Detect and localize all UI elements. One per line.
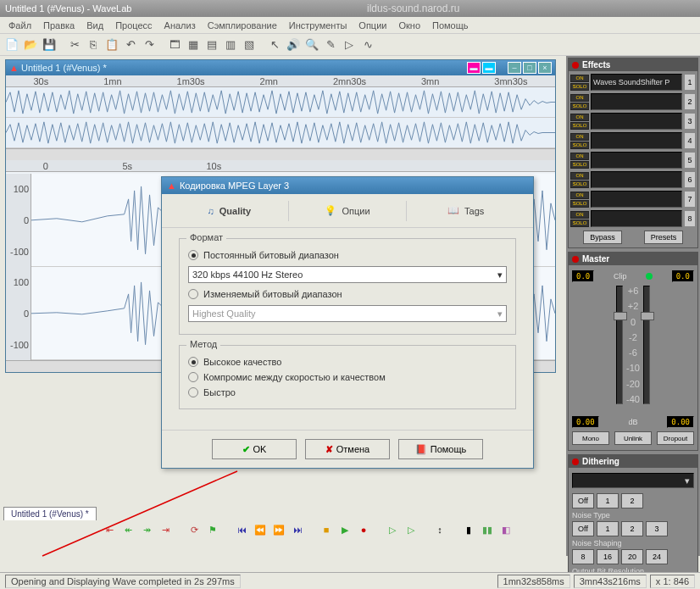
radio-high-quality[interactable]: Высокое качество: [188, 354, 507, 370]
menu-file[interactable]: Файл: [3, 19, 36, 32]
bit-res-24[interactable]: 24: [646, 549, 668, 564]
layout-icon[interactable]: ▥: [222, 36, 239, 53]
radio-variable-bitrate[interactable]: Изменяемый битовый диапазон: [188, 286, 507, 302]
new-icon[interactable]: 📄: [3, 36, 20, 53]
effect-slot-6[interactable]: ONSOLO6: [570, 170, 696, 189]
bit-res-8[interactable]: 8: [572, 549, 594, 564]
menu-help[interactable]: Помощь: [427, 19, 474, 32]
tab-quality[interactable]: ♫ Quality: [170, 199, 288, 223]
effect-slot-3[interactable]: ONSOLO3: [570, 112, 696, 131]
meter2-icon[interactable]: ▮▮: [480, 522, 495, 537]
gain-left-display[interactable]: 0.0: [572, 270, 594, 282]
forward-icon[interactable]: ⏩: [271, 522, 286, 537]
paste-icon[interactable]: 📋: [103, 36, 120, 53]
ok-button[interactable]: ✔ OK: [212, 439, 297, 459]
unlink-button[interactable]: Unlink: [614, 431, 652, 445]
bypass-button[interactable]: Bypass: [583, 231, 622, 244]
time-ruler-overview[interactable]: 30s 1mn 1m30s 2mn 2mn30s 3mn 3mn30s: [6, 75, 555, 87]
go-end-icon[interactable]: ⏭: [290, 522, 305, 537]
undo-icon[interactable]: ↶: [122, 36, 139, 53]
marker-icon[interactable]: ▬: [467, 62, 481, 74]
dialog-titlebar[interactable]: ▲ Кодировка MPEG Layer 3: [162, 177, 533, 194]
peak-right-display[interactable]: 0.00: [667, 416, 694, 428]
effect-slot-4[interactable]: ONSOLO4: [570, 131, 696, 150]
overview-scrollbar[interactable]: [6, 148, 555, 160]
dithering-panel-title[interactable]: Dithering: [569, 455, 697, 468]
play-selection-icon[interactable]: ▷: [385, 522, 400, 537]
dither-type-dropdown[interactable]: ▾: [572, 473, 694, 488]
noise-shaping-1[interactable]: 1: [597, 521, 619, 536]
cancel-button[interactable]: ✘ Отмена: [305, 439, 390, 459]
menu-analysis[interactable]: Анализ: [159, 19, 201, 32]
zoom-icon[interactable]: 🔍: [303, 36, 320, 53]
copy-icon[interactable]: ⎘: [85, 36, 102, 53]
noise-type-2[interactable]: 2: [621, 493, 643, 508]
rewind-icon[interactable]: ⏪: [253, 522, 268, 537]
noise-shaping-off[interactable]: Off: [572, 521, 594, 536]
radio-compromise[interactable]: Компромис между скоростью и качеством: [188, 370, 507, 385]
noise-shaping-2[interactable]: 2: [621, 521, 643, 536]
redo-icon[interactable]: ↷: [141, 36, 158, 53]
noise-shaping-3[interactable]: 3: [646, 521, 668, 536]
close-icon[interactable]: ×: [538, 62, 552, 74]
slot-number[interactable]: 1: [684, 74, 696, 91]
menu-sampling[interactable]: Сэмплирование: [203, 19, 282, 32]
cursor-icon[interactable]: ↖: [266, 36, 283, 53]
pencil-icon[interactable]: ✎: [322, 36, 339, 53]
play-selection2-icon[interactable]: ▷: [403, 522, 419, 537]
menu-tools[interactable]: Инструменты: [284, 19, 353, 32]
menu-process[interactable]: Процесс: [110, 19, 157, 32]
record-icon[interactable]: ●: [356, 522, 371, 537]
cascade-icon[interactable]: ▤: [203, 36, 220, 53]
maximize-icon[interactable]: □: [523, 62, 536, 74]
save-icon[interactable]: 💾: [41, 36, 58, 53]
radio-fast[interactable]: Быстро: [188, 385, 507, 400]
stop-icon[interactable]: ■: [319, 522, 334, 537]
play-icon[interactable]: ▶: [337, 522, 353, 537]
effect-slot-7[interactable]: ONSOLO7: [570, 190, 696, 208]
gain-right-display[interactable]: 0.0: [672, 270, 694, 282]
help-button[interactable]: 📕 Помощь: [398, 439, 483, 459]
bit-res-20[interactable]: 20: [621, 549, 643, 564]
fx-solo-button[interactable]: SOLO: [570, 83, 589, 91]
effect-slot-8[interactable]: ONSOLO8: [570, 209, 696, 228]
waveform-titlebar[interactable]: ▲ Untitled 1 (#Venus) * ▬ ▬ – □ ×: [6, 60, 555, 75]
menu-options[interactable]: Опции: [353, 19, 392, 32]
marker2-icon[interactable]: ▬: [482, 62, 496, 74]
effects-panel-title[interactable]: Effects: [569, 58, 697, 71]
tile-icon[interactable]: ▦: [185, 36, 202, 53]
tab-options[interactable]: 💡 Опции: [289, 198, 407, 223]
bitrate-dropdown[interactable]: 320 kbps 44100 Hz Stereo ▾: [188, 266, 507, 283]
play-tool-icon[interactable]: ▷: [341, 36, 358, 53]
clip-led-icon[interactable]: [646, 273, 653, 280]
fader-thumb[interactable]: [614, 312, 627, 320]
menu-window[interactable]: Окно: [393, 19, 425, 32]
peak-left-display[interactable]: 0.00: [572, 416, 599, 428]
window-icon[interactable]: 🗔: [166, 36, 183, 53]
spectrum-icon[interactable]: ◧: [498, 522, 514, 537]
fx-on-button[interactable]: ON: [570, 75, 589, 82]
presets-button[interactable]: Presets: [644, 231, 683, 244]
speaker-icon[interactable]: 🔊: [285, 36, 302, 53]
cut-icon[interactable]: ✂: [66, 36, 83, 53]
meter-icon[interactable]: ▮: [461, 522, 476, 537]
fader-right[interactable]: [643, 286, 650, 404]
menu-view[interactable]: Вид: [81, 19, 108, 32]
tab-tags[interactable]: 📖 Tags: [407, 198, 525, 223]
mono-button[interactable]: Mono: [572, 431, 609, 445]
effect-name[interactable]: Waves SoundShifter P: [591, 74, 682, 91]
layout2-icon[interactable]: ▧: [241, 36, 258, 53]
radio-constant-bitrate[interactable]: Постоянный битовый диапазон: [188, 247, 507, 263]
time-ruler-detail[interactable]: 0 5s 10s: [6, 160, 555, 172]
loop-tool-icon[interactable]: ∿: [359, 36, 376, 53]
open-icon[interactable]: 📂: [22, 36, 39, 53]
effect-slot-2[interactable]: ONSOLO2: [570, 92, 696, 111]
noise-type-1[interactable]: 1: [597, 493, 619, 508]
menu-edit[interactable]: Правка: [38, 19, 80, 32]
fader-left[interactable]: [616, 286, 623, 404]
effect-slot-5[interactable]: ONSOLO5: [570, 151, 696, 169]
master-panel-title[interactable]: Master: [569, 253, 697, 265]
overview-track-right[interactable]: [6, 118, 555, 148]
overview-track-left[interactable]: [6, 87, 555, 118]
fader-thumb[interactable]: [641, 312, 654, 320]
